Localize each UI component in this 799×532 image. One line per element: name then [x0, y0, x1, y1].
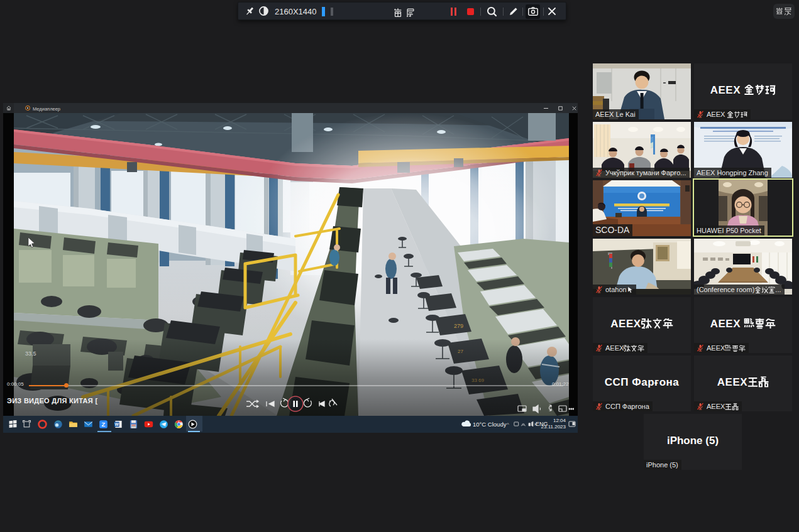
- svg-text:W: W: [115, 422, 119, 426]
- svg-text:Z: Z: [102, 421, 106, 428]
